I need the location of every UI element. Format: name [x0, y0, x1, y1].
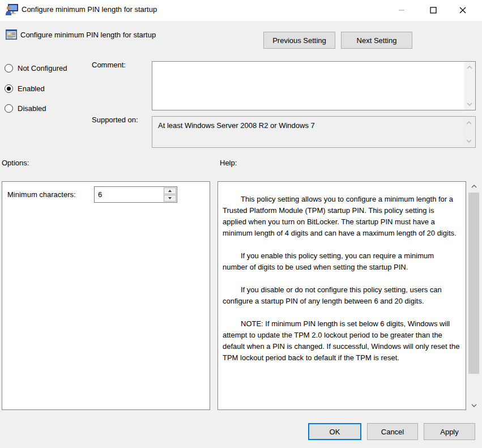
radio-circle[interactable]	[5, 104, 13, 113]
ok-button[interactable]: OK	[308, 423, 361, 440]
minimize-button[interactable]	[389, 0, 414, 20]
maximize-button[interactable]	[420, 0, 446, 20]
scrollbar-up-button[interactable]	[468, 181, 479, 191]
minimum-characters-spinner[interactable]	[94, 186, 177, 203]
spin-down-button[interactable]	[164, 195, 176, 202]
next-setting-button[interactable]: Next Setting	[341, 32, 412, 49]
radio-label[interactable]: Disabled	[18, 104, 46, 113]
radio-enabled[interactable]: Enabled	[5, 84, 45, 93]
scroll-up-icon	[471, 185, 477, 188]
help-paragraph: This policy setting allows you to config…	[223, 194, 460, 239]
maximize-icon	[430, 7, 437, 14]
policy-icon	[6, 29, 17, 40]
radio-circle[interactable]	[5, 84, 13, 93]
supported-on-box[interactable]: At least Windows Server 2008 R2 or Windo…	[152, 116, 476, 148]
help-paragraph: If you enable this policy setting, you c…	[223, 250, 460, 273]
help-text: This policy setting allows you to config…	[218, 182, 466, 375]
scroll-up-icon[interactable]	[466, 121, 472, 125]
help-paragraph: If you disable or do not configure this …	[223, 284, 460, 307]
supported-on-value: At least Windows Server 2008 R2 or Windo…	[158, 121, 315, 130]
scroll-down-icon	[471, 404, 477, 407]
options-section-label: Options:	[2, 159, 29, 167]
radio-not-configured[interactable]: Not Configured	[5, 63, 67, 72]
app-icon	[6, 4, 18, 15]
close-icon	[459, 7, 466, 14]
spin-up-button[interactable]	[164, 187, 176, 194]
help-panel[interactable]: This policy setting allows you to config…	[217, 181, 466, 410]
supported-scrollbar[interactable]	[463, 117, 475, 147]
radio-label[interactable]: Not Configured	[18, 64, 67, 72]
supported-on-label: Supported on:	[92, 116, 138, 124]
radio-label[interactable]: Enabled	[18, 84, 45, 93]
scroll-up-icon[interactable]	[466, 65, 473, 70]
scroll-down-icon[interactable]	[466, 139, 472, 143]
setting-name: Configure minimum PIN length for startup	[20, 31, 156, 39]
scroll-down-icon[interactable]	[466, 102, 473, 106]
minimize-icon	[398, 7, 405, 14]
help-paragraph: NOTE: If minimum PIN length is set below…	[223, 318, 460, 364]
titlebar[interactable]: Configure minimum PIN length for startup	[0, 0, 482, 21]
spin-down-icon	[168, 197, 172, 199]
options-panel: Minimum characters:	[2, 181, 210, 410]
window-title: Configure minimum PIN length for startup	[22, 5, 157, 14]
minimum-characters-input[interactable]	[95, 187, 165, 202]
scrollbar-down-button[interactable]	[468, 400, 479, 410]
radio-disabled[interactable]: Disabled	[5, 104, 46, 113]
previous-setting-button[interactable]: Previous Setting	[263, 32, 335, 49]
spin-up-icon	[168, 190, 172, 192]
help-scrollbar[interactable]	[468, 181, 479, 410]
policy-setting-dialog: Configure minimum PIN length for startup…	[0, 0, 482, 448]
comment-label: Comment:	[92, 61, 126, 69]
close-button[interactable]	[450, 0, 475, 20]
cancel-button[interactable]: Cancel	[367, 423, 418, 440]
help-section-label: Help:	[220, 159, 237, 167]
apply-button[interactable]: Apply	[424, 423, 475, 440]
scrollbar-thumb[interactable]	[468, 193, 479, 374]
comment-input[interactable]	[152, 61, 476, 110]
radio-circle[interactable]	[5, 64, 13, 72]
comment-scrollbar[interactable]	[464, 62, 475, 110]
minimum-characters-label: Minimum characters:	[7, 190, 76, 199]
